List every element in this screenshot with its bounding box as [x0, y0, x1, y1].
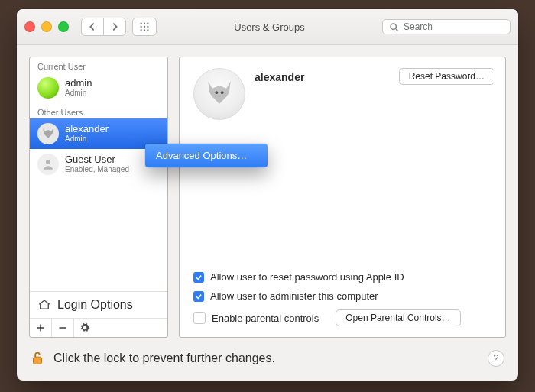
svg-point-2	[147, 22, 148, 24]
svg-point-16	[221, 91, 224, 94]
svg-rect-17	[34, 357, 42, 364]
svg-point-5	[147, 26, 148, 28]
user-name: admin	[65, 78, 92, 89]
chevron-left-icon	[87, 21, 98, 32]
unlocked-lock-icon	[29, 350, 46, 367]
sidebar-spacer	[30, 180, 167, 291]
sidebar-bottom-bar	[30, 318, 167, 337]
nav-segmented	[81, 18, 126, 36]
plus-icon	[36, 323, 45, 332]
svg-point-4	[144, 26, 145, 28]
user-detail: alexander Reset Password… Allow user to …	[179, 57, 506, 338]
house-icon	[37, 298, 51, 312]
minimize-button[interactable]	[41, 21, 52, 32]
user-role: Admin	[65, 134, 109, 144]
add-user-button[interactable]	[30, 319, 51, 337]
opt-allow-admin[interactable]: Allow user to administer this computer	[193, 290, 494, 302]
svg-point-8	[147, 29, 148, 31]
check-icon	[195, 293, 203, 300]
opt-allow-reset-appleid[interactable]: Allow user to reset password using Apple…	[193, 271, 494, 283]
desktop: Users & Groups Current User admin Admin	[0, 0, 535, 392]
actions-menu-button[interactable]	[73, 319, 96, 337]
svg-point-7	[144, 29, 145, 31]
svg-point-6	[140, 29, 141, 31]
detail-avatar[interactable]	[193, 68, 245, 120]
svg-point-1	[144, 22, 145, 24]
show-all-button[interactable]	[132, 18, 157, 36]
opt-label: Allow user to administer this computer	[210, 290, 378, 302]
checkbox[interactable]	[193, 272, 204, 283]
svg-line-10	[396, 28, 397, 30]
checkbox[interactable]	[193, 312, 206, 324]
check-icon	[195, 274, 203, 281]
opt-parental-controls: Enable parental controls Open Parental C…	[193, 309, 494, 326]
svg-point-9	[391, 24, 396, 29]
person-icon	[41, 157, 55, 171]
forward-button[interactable]	[103, 18, 125, 35]
context-menu: Advanced Options…	[145, 144, 268, 167]
avatar-icon	[37, 123, 59, 144]
help-button[interactable]: ?	[488, 350, 504, 367]
sidebar-user-admin[interactable]: admin Admin	[30, 73, 167, 103]
content: Current User admin Admin Other Users	[17, 44, 518, 381]
user-role: Admin	[65, 89, 92, 98]
search-icon	[389, 22, 399, 32]
svg-point-3	[140, 26, 141, 28]
gear-icon	[79, 322, 90, 333]
zoom-button[interactable]	[58, 21, 69, 32]
svg-point-11	[46, 160, 50, 164]
detail-user-name: alexander	[255, 71, 304, 83]
question-icon: ?	[494, 353, 499, 364]
fox-icon	[41, 126, 56, 141]
lock-text: Click the lock to prevent further change…	[54, 352, 275, 365]
lock-button[interactable]	[29, 350, 46, 367]
svg-point-0	[140, 22, 141, 24]
login-options-label: Login Options	[57, 298, 133, 312]
content-grid: Current User admin Admin Other Users	[29, 57, 506, 368]
titlebar: Users & Groups	[17, 9, 518, 45]
close-button[interactable]	[24, 21, 35, 32]
back-button[interactable]	[82, 18, 103, 35]
users-sidebar: Current User admin Admin Other Users	[29, 57, 168, 338]
opt-label: Allow user to reset password using Apple…	[210, 271, 404, 283]
login-options[interactable]: Login Options	[30, 292, 167, 318]
context-menu-item-advanced-options[interactable]: Advanced Options…	[145, 147, 268, 164]
fox-illustration-icon	[203, 77, 236, 111]
avatar-icon	[37, 77, 59, 99]
minus-icon	[58, 323, 67, 332]
user-options: Allow user to reset password using Apple…	[193, 271, 494, 326]
user-role: Enabled, Managed	[65, 165, 129, 174]
user-name: Guest User	[65, 154, 129, 165]
prefs-window: Users & Groups Current User admin Admin	[17, 9, 518, 381]
section-current-user: Current User	[30, 57, 167, 73]
detail-header: alexander Reset Password…	[193, 68, 494, 120]
reset-password-button[interactable]: Reset Password…	[399, 68, 494, 85]
checkbox[interactable]	[193, 291, 204, 302]
remove-user-button[interactable]	[51, 319, 73, 337]
avatar-icon	[37, 154, 59, 175]
window-controls	[24, 21, 69, 32]
user-name: alexander	[65, 124, 109, 134]
window-title: Users & Groups	[163, 21, 376, 33]
section-other-users: Other Users	[30, 103, 167, 118]
search-field[interactable]	[382, 19, 511, 34]
opt-label: Enable parental controls	[212, 313, 319, 324]
footer: Click the lock to prevent further change…	[29, 348, 506, 368]
grid-icon	[139, 21, 150, 32]
open-parental-controls-button[interactable]: Open Parental Controls…	[336, 309, 460, 326]
search-input[interactable]	[404, 21, 488, 32]
chevron-right-icon	[109, 21, 120, 32]
svg-point-15	[216, 91, 219, 94]
